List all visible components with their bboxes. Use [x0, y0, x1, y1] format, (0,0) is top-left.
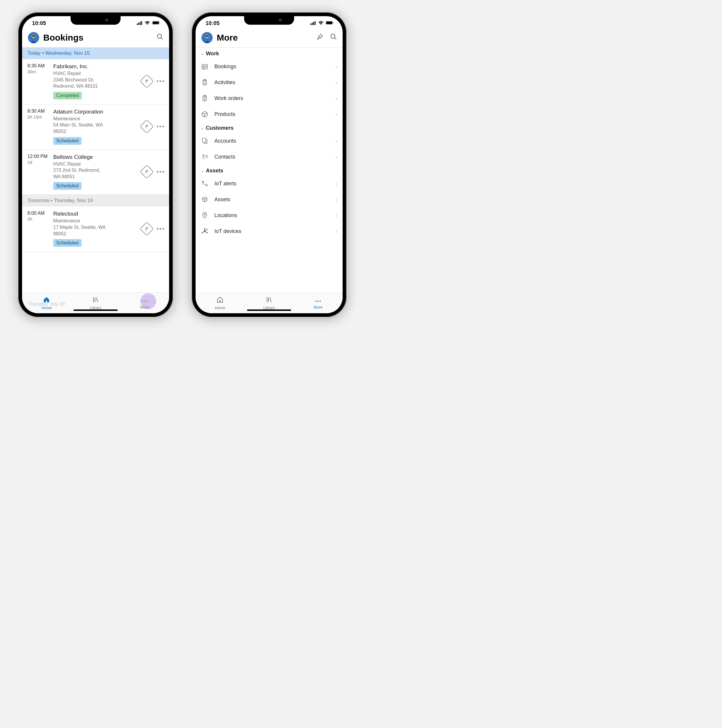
directions-icon[interactable]: ↱	[140, 222, 154, 236]
status-badge: Scheduled	[53, 182, 81, 190]
cellular-icon	[310, 20, 316, 26]
svg-rect-1	[138, 23, 139, 25]
bookings-list[interactable]: Today • Wednesday, Nov 15 8:30 AM 30m Fa…	[22, 47, 169, 292]
svg-point-46	[203, 155, 204, 156]
more-actions-icon[interactable]: •••	[156, 168, 165, 176]
menu-item-products[interactable]: Products ›	[196, 106, 343, 122]
booking-item[interactable]: 8:00 AM 2h Relecloud Maintenance 17 Mapl…	[22, 206, 169, 252]
more-actions-icon[interactable]: •••	[156, 225, 165, 232]
box-icon	[201, 110, 208, 118]
cellular-icon	[137, 20, 143, 26]
menu-item-iot-devices[interactable]: IoT devices ›	[196, 223, 343, 239]
svg-point-35	[203, 68, 204, 69]
more-actions-icon[interactable]: •••	[156, 123, 165, 130]
menu-group-header[interactable]: ⌄Work	[196, 47, 343, 58]
svg-point-50	[202, 181, 203, 182]
status-badge: Scheduled	[53, 239, 81, 247]
directions-icon[interactable]: ↱	[140, 119, 154, 133]
bookings-header: Bookings	[22, 30, 169, 47]
pin-icon[interactable]	[317, 34, 323, 42]
menu-item-locations[interactable]: Locations ›	[196, 207, 343, 223]
chevron-right-icon: ›	[335, 95, 337, 102]
menu-item-label: Activities	[214, 80, 329, 86]
svg-rect-18	[310, 23, 311, 25]
menu-item-label: Locations	[214, 213, 329, 219]
menu-item-work-orders[interactable]: Work orders ›	[196, 90, 343, 106]
booking-address: Redmond, WA 98101	[53, 83, 142, 89]
svg-point-68	[315, 301, 317, 302]
section-header: Tomorrow • Thursday, Nov 16	[22, 195, 169, 206]
library-icon	[92, 296, 99, 305]
svg-point-70	[320, 301, 321, 302]
search-icon[interactable]	[157, 34, 163, 42]
menu-item-label: Products	[214, 111, 329, 117]
library-icon	[266, 296, 272, 305]
svg-rect-24	[333, 22, 334, 23]
avatar[interactable]	[202, 32, 213, 43]
phone-more: 10:05 More ⌄Work Bookings › Activities ›	[191, 12, 347, 318]
status-time: 10:05	[206, 20, 220, 26]
menu-item-label: Work orders	[214, 95, 329, 101]
chevron-right-icon: ›	[335, 212, 337, 219]
ghost-date: Thursday, July 29	[28, 301, 65, 307]
calendar-icon	[201, 63, 208, 70]
directions-icon[interactable]: ↱	[140, 165, 154, 179]
home-indicator[interactable]	[73, 309, 118, 311]
more-actions-icon[interactable]: •••	[156, 77, 165, 85]
booking-item[interactable]: 9:30 AM 2h 15m Adatum Corporation Mainte…	[22, 104, 169, 150]
chevron-right-icon: ›	[335, 79, 337, 86]
booking-address: 273 2nd St, Redmond,	[53, 167, 142, 174]
svg-rect-20	[313, 22, 314, 25]
chevron-right-icon: ›	[335, 153, 337, 160]
phone-bookings: 10:05 Bookings Today • Wednesday, Nov 15…	[18, 12, 173, 318]
home-indicator[interactable]	[247, 309, 291, 311]
menu-item-label: Assets	[214, 196, 329, 203]
more-menu[interactable]: ⌄Work Bookings › Activities › Work order…	[196, 47, 343, 292]
avatar[interactable]	[28, 32, 39, 43]
svg-rect-6	[160, 22, 160, 23]
directions-icon[interactable]: ↱	[140, 74, 154, 88]
page-title: More	[217, 33, 313, 43]
section-header: Today • Wednesday, Nov 15	[22, 47, 169, 59]
menu-group-header[interactable]: ⌄Assets	[196, 165, 343, 176]
booking-time: 8:00 AM	[28, 211, 53, 216]
svg-point-32	[203, 67, 204, 67]
menu-item-assets[interactable]: Assets ›	[196, 191, 343, 207]
booking-duration: 2d	[28, 160, 53, 165]
svg-rect-3	[141, 21, 142, 25]
menu-item-activities[interactable]: Activities ›	[196, 74, 343, 90]
menu-item-label: Contacts	[214, 154, 329, 160]
chevron-right-icon: ›	[335, 111, 337, 118]
menu-item-iot-alerts[interactable]: IoT alerts ›	[196, 176, 343, 191]
svg-rect-23	[326, 21, 332, 24]
chevron-right-icon: ›	[335, 228, 337, 235]
booking-item[interactable]: 12:00 PM 2d Bellows College HVAC Repair …	[22, 150, 169, 195]
tab-library[interactable]: Library	[245, 296, 294, 310]
booking-address: 98052	[53, 231, 142, 237]
menu-item-accounts[interactable]: Accounts ›	[196, 133, 343, 149]
menu-group-header[interactable]: ⌄Customers	[196, 122, 343, 133]
battery-icon	[326, 20, 334, 26]
tab-library[interactable]: Library	[71, 296, 120, 310]
menu-item-bookings[interactable]: Bookings ›	[196, 58, 343, 74]
chevron-right-icon: ›	[335, 63, 337, 70]
svg-point-69	[318, 301, 319, 302]
tab-home[interactable]: Home	[196, 296, 245, 310]
account-icon	[201, 137, 208, 145]
svg-rect-2	[140, 22, 141, 25]
chevron-right-icon: ›	[335, 180, 337, 187]
tutorial-highlight	[140, 293, 156, 309]
booking-type: HVAC Repair	[53, 161, 142, 167]
booking-item[interactable]: 8:30 AM 30m Fabrikam, Inc. HVAC Repair 2…	[22, 59, 169, 104]
search-icon[interactable]	[330, 34, 337, 42]
tab-more[interactable]: More	[294, 297, 343, 309]
chevron-down-icon: ⌄	[201, 168, 204, 173]
booking-duration: 30m	[28, 69, 53, 74]
svg-point-10	[158, 34, 161, 38]
menu-item-contacts[interactable]: Contacts ›	[196, 149, 343, 165]
svg-rect-5	[153, 21, 159, 24]
iot-alert-icon	[201, 180, 208, 187]
booking-type: Maintenance	[53, 218, 142, 224]
menu-item-label: Bookings	[214, 64, 329, 70]
svg-line-67	[270, 297, 271, 302]
